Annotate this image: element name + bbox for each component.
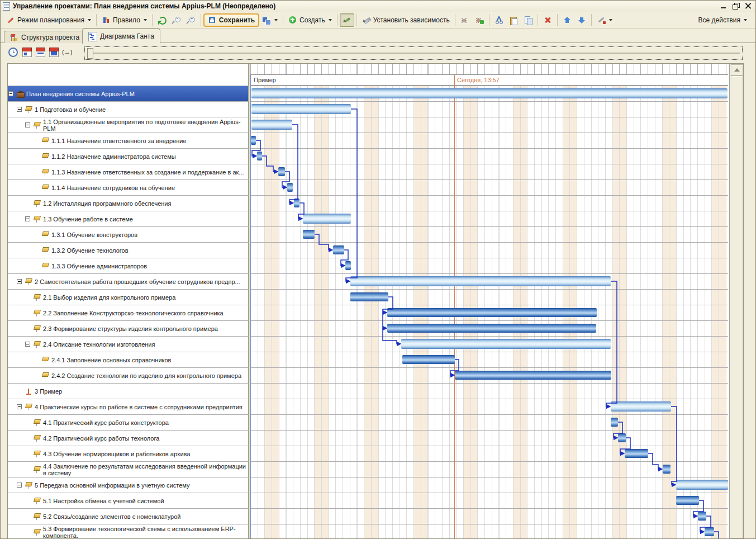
tree-row[interactable]: 4.4 Заключение по результатам исследован…	[8, 461, 248, 477]
expander-minus-icon[interactable]	[17, 279, 22, 284]
move-up-button[interactable]	[560, 13, 574, 27]
tree-row[interactable]: 1.3.1 Обучение конструкторов	[8, 226, 248, 242]
summary-bar[interactable]	[401, 339, 611, 349]
scrollbar-thumb[interactable]	[731, 75, 743, 538]
task-bar[interactable]	[287, 183, 293, 192]
tree-row[interactable]: 1.1.3 Назначение ответственных за создан…	[8, 164, 248, 179]
break-dependency-confirm-button[interactable]	[472, 13, 487, 27]
tree-row[interactable]: 4.1 Практический курс работы конструктор…	[8, 414, 248, 430]
fit-width-icon[interactable]: (↔)	[62, 49, 72, 58]
task-bar[interactable]	[455, 371, 611, 380]
expander-minus-icon[interactable]	[25, 122, 30, 127]
task-bar[interactable]	[251, 136, 256, 145]
paste-button[interactable]	[506, 13, 521, 27]
expander-minus-icon[interactable]	[17, 404, 22, 409]
tree-row[interactable]: 1 Подготовка и обучение	[8, 101, 248, 117]
slider-thumb[interactable]	[87, 48, 93, 59]
clock-scale-icon[interactable]	[8, 48, 18, 57]
tree-row[interactable]: 5.2 Связь/создание элементов с номенклат…	[8, 508, 248, 524]
tree-row[interactable]: 2.4 Описание технологии изготовления	[8, 336, 248, 352]
task-bar[interactable]	[663, 465, 671, 474]
tree-row[interactable]: 2.3 Формирование структуры изделия контр…	[8, 320, 248, 336]
summary-bar[interactable]	[251, 120, 292, 130]
task-bar[interactable]	[333, 245, 344, 254]
scroll-up-button[interactable]	[731, 64, 743, 75]
save-button[interactable]: Сохранить	[203, 13, 259, 27]
tree-row[interactable]: 5.3 Формирование технологической схемы с…	[8, 524, 248, 539]
task-bar[interactable]	[350, 292, 388, 301]
tree-row[interactable]: 3 Пример	[8, 383, 248, 399]
tree-row[interactable]: 2.2 Заполнение Конструкторско-технологич…	[8, 305, 248, 320]
expander-minus-icon[interactable]	[25, 342, 30, 347]
expander-minus-icon[interactable]	[25, 216, 30, 221]
tree-row[interactable]: 1.1.2 Назначение администратора системы	[8, 148, 248, 164]
task-bar[interactable]	[625, 449, 648, 458]
task-bar[interactable]	[257, 152, 262, 160]
calendar-month-icon[interactable]	[49, 48, 59, 57]
task-bar[interactable]	[303, 230, 315, 239]
expander-minus-icon[interactable]	[8, 91, 13, 96]
task-bar[interactable]	[387, 324, 596, 333]
tree-row[interactable]: 5.1 Настройка обмена с учетной системой	[8, 493, 248, 508]
tree-row[interactable]: 2.4.1 Заполнение основных справочников	[8, 352, 248, 367]
tree-row[interactable]: 2 Самостоятельная работа прошедших обуче…	[8, 273, 248, 289]
minimize-button[interactable]	[720, 2, 728, 10]
close-button[interactable]	[744, 2, 752, 10]
task-bar[interactable]	[402, 355, 455, 364]
expander-minus-icon[interactable]	[17, 483, 22, 488]
tree-row[interactable]: 4.3 Обучение нормировщиков и работников …	[8, 446, 248, 461]
summary-bar[interactable]	[303, 214, 351, 224]
set-dependency-button[interactable]: Установить зависимость	[359, 13, 453, 27]
summary-bar[interactable]	[676, 480, 728, 490]
refresh-button[interactable]	[155, 13, 169, 27]
tree-row[interactable]: 1.1 Организационные мероприятия по подго…	[8, 117, 248, 133]
save-variants-button[interactable]	[259, 13, 280, 27]
copy-button[interactable]	[521, 13, 535, 27]
planning-mode-button[interactable]: Режим планирования	[3, 13, 94, 27]
task-bar[interactable]	[278, 167, 285, 176]
tree-row[interactable]: 1.3.3 Обучение администраторов	[8, 258, 248, 273]
zoom-out-button[interactable]	[169, 13, 184, 27]
break-dependency-button[interactable]	[458, 13, 472, 27]
tab-project-structure[interactable]: Структура проекта	[4, 31, 85, 43]
tree-row[interactable]: 1.1.1 Назначение ответственного за внедр…	[8, 133, 248, 148]
tree-row[interactable]: 1.3.2 Обучение технологов	[8, 242, 248, 258]
zoom-in-button[interactable]	[184, 13, 198, 27]
timescale-slider[interactable]	[84, 46, 743, 60]
summary-bar[interactable]	[251, 88, 728, 98]
tree-row[interactable]: 5 Передача основной информации в учетную…	[8, 477, 248, 493]
tree-row[interactable]: 2.1 Выбор изделия для контрольного приме…	[8, 289, 248, 305]
expander-minus-icon[interactable]	[17, 107, 22, 112]
task-bar[interactable]	[705, 527, 714, 536]
summary-bar[interactable]	[350, 276, 611, 286]
task-bar[interactable]	[611, 418, 618, 427]
tree-row[interactable]: План внедрения системы Appius-PLM	[8, 86, 248, 101]
task-bar[interactable]	[618, 433, 626, 442]
tab-gantt-diagram[interactable]: Диаграмма Ганта	[82, 29, 160, 44]
tree-row[interactable]: 4.2 Практический курс работы технолога	[8, 430, 248, 446]
rule-button[interactable]: Правило	[99, 13, 150, 27]
delete-button[interactable]	[540, 13, 555, 27]
calendar-week-icon[interactable]	[36, 48, 45, 57]
summary-bar[interactable]	[611, 401, 671, 412]
tree-row[interactable]: 1.1.4 Назначение сотрудников на обучение	[8, 179, 248, 195]
tree-row[interactable]: 2.4.2 Создание технологии по изделию для…	[8, 367, 248, 383]
task-bar[interactable]	[345, 261, 351, 270]
calendar-day-icon[interactable]	[22, 48, 32, 57]
dependency-mode-toggle[interactable]	[340, 13, 354, 27]
task-bar[interactable]	[294, 198, 299, 207]
summary-bar[interactable]	[251, 104, 351, 114]
tree-row[interactable]: 4 Практические курсы по работе в системе…	[8, 399, 248, 414]
task-bar[interactable]	[698, 512, 706, 521]
all-actions-button[interactable]: Все действия	[696, 14, 750, 26]
tree-row[interactable]: 1.3 Обучение работе в системе	[8, 211, 248, 226]
cut-button[interactable]	[492, 13, 506, 27]
tree-row[interactable]: 1.2 Инсталляция программного обеспечения	[8, 195, 248, 211]
create-button[interactable]: Создать	[286, 13, 335, 27]
move-down-button[interactable]	[574, 13, 589, 27]
task-bar[interactable]	[676, 496, 699, 505]
task-bar[interactable]	[387, 308, 597, 317]
restore-button[interactable]	[732, 2, 740, 10]
vertical-scrollbar[interactable]	[729, 64, 743, 539]
customize-button[interactable]	[594, 13, 615, 27]
